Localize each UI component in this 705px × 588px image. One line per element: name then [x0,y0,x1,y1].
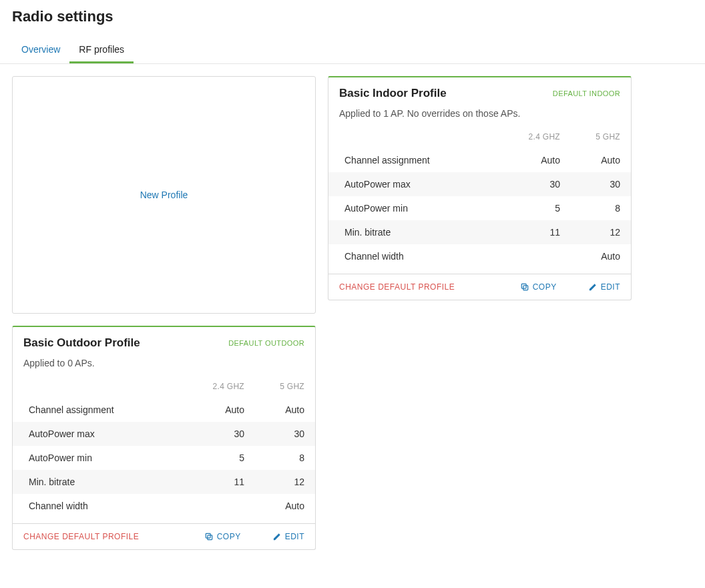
row-label: Channel width [328,244,504,268]
cell-value: 30 [255,422,315,446]
change-default-button[interactable]: CHANGE DEFAULT PROFILE [23,532,139,541]
cell-value: 12 [255,470,315,494]
applied-text-outdoor: Applied to 0 APs. [13,352,315,378]
row-label: Min. bitrate [328,220,504,244]
row-label: Channel width [13,494,188,518]
new-profile-link[interactable]: New Profile [140,190,188,200]
cell-value [188,494,255,518]
pencil-icon [589,283,597,291]
row-label: AutoPower max [328,172,504,196]
col-header-5ghz: 5 GHZ [255,378,315,398]
new-profile-card[interactable]: New Profile [12,76,316,314]
table-row: Min. bitrate 11 12 [328,220,631,244]
cell-value: Auto [255,494,315,518]
table-row: Channel assignment Auto Auto [328,148,631,172]
svg-rect-0 [523,286,527,290]
cell-value: 12 [571,220,631,244]
svg-rect-3 [206,533,210,538]
col-header-5ghz: 5 GHZ [571,128,631,148]
row-label: AutoPower min [328,196,504,220]
copy-icon [521,283,529,291]
cell-value: Auto [255,398,315,422]
svg-rect-1 [521,284,526,288]
row-label: Channel assignment [13,398,188,422]
table-row: AutoPower max 30 30 [13,422,315,446]
copy-button[interactable]: COPY [205,532,241,541]
cell-value: 30 [504,172,571,196]
copy-label: COPY [533,282,557,292]
cell-value: 11 [504,220,571,244]
cell-value: 30 [571,172,631,196]
cell-value: 5 [504,196,571,220]
row-label: AutoPower max [13,422,188,446]
edit-button[interactable]: EDIT [589,282,620,292]
copy-label: COPY [217,532,241,541]
page-title: Radio settings [12,8,693,25]
cell-value: 5 [188,446,255,470]
cell-value: 11 [188,470,255,494]
profile-name-indoor: Basic Indoor Profile [339,87,447,100]
cell-value: Auto [188,398,255,422]
profile-name-outdoor: Basic Outdoor Profile [23,336,140,350]
pencil-icon [273,533,281,541]
copy-button[interactable]: COPY [521,282,557,292]
tab-overview[interactable]: Overview [12,37,69,63]
cell-value [504,244,571,268]
tabs: Overview RF profiles [0,37,705,64]
cell-value: 8 [571,196,631,220]
col-header-24ghz: 2.4 GHZ [504,128,571,148]
tab-rf-profiles[interactable]: RF profiles [69,37,134,63]
cell-value: Auto [571,148,631,172]
row-label: Channel assignment [328,148,504,172]
table-row: Min. bitrate 11 12 [13,470,315,494]
cards-container: New Profile Basic Indoor Profile DEFAULT… [0,64,705,562]
edit-button[interactable]: EDIT [273,532,304,541]
row-label: AutoPower min [13,446,188,470]
change-default-button[interactable]: CHANGE DEFAULT PROFILE [339,282,455,292]
cell-value: Auto [571,244,631,268]
edit-label: EDIT [601,282,620,292]
table-row: AutoPower min 5 8 [13,446,315,470]
cell-value: Auto [504,148,571,172]
profile-table-indoor: 2.4 GHZ 5 GHZ Channel assignment Auto Au… [328,128,631,268]
applied-text-indoor: Applied to 1 AP. No overrides on those A… [328,103,631,128]
table-row: Channel width Auto [13,494,315,518]
table-row: AutoPower max 30 30 [328,172,631,196]
copy-icon [205,533,213,541]
table-row: AutoPower min 5 8 [328,196,631,220]
svg-rect-2 [207,535,212,540]
cell-value: 8 [255,446,315,470]
row-label: Min. bitrate [13,470,188,494]
default-badge-indoor: DEFAULT INDOOR [553,89,620,97]
table-row: Channel assignment Auto Auto [13,398,315,422]
profile-table-outdoor: 2.4 GHZ 5 GHZ Channel assignment Auto Au… [13,378,315,518]
default-badge-outdoor: DEFAULT OUTDOOR [228,339,304,347]
profile-card-outdoor: Basic Outdoor Profile DEFAULT OUTDOOR Ap… [12,326,316,550]
profile-card-indoor: Basic Indoor Profile DEFAULT INDOOR Appl… [328,76,632,300]
table-row: Channel width Auto [328,244,631,268]
cell-value: 30 [188,422,255,446]
edit-label: EDIT [285,532,304,541]
col-header-24ghz: 2.4 GHZ [188,378,255,398]
